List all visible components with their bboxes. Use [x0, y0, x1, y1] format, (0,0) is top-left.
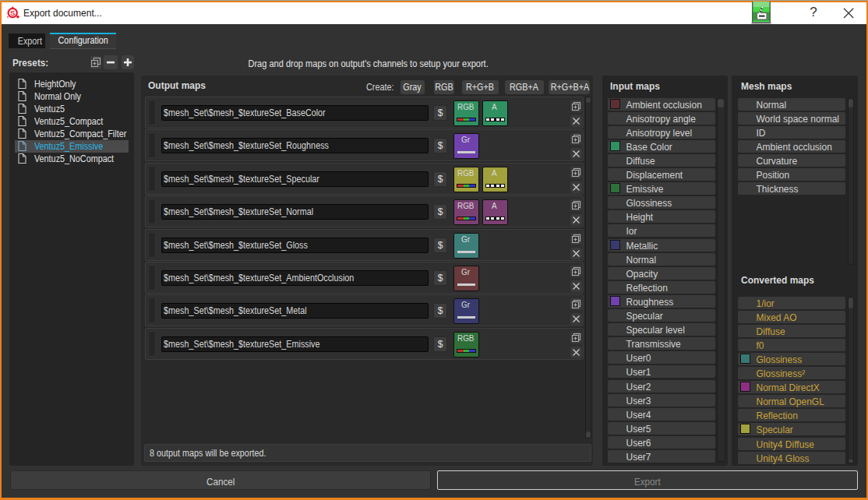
svg-text:S: S: [10, 9, 15, 17]
